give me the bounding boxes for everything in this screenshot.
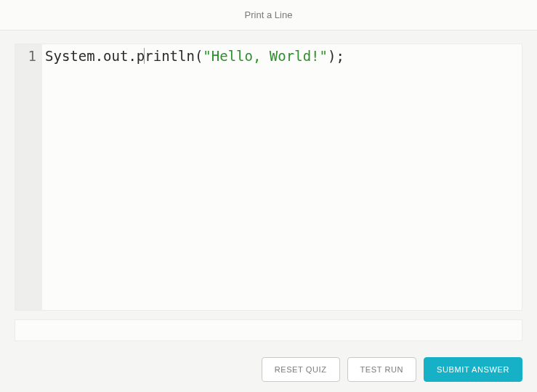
code-token: System.out.p xyxy=(45,48,145,64)
code-text-area[interactable]: System.out.println("Hello, World!"); xyxy=(42,44,522,310)
line-number: 1 xyxy=(15,47,42,65)
code-editor[interactable]: 1 System.out.println("Hello, World!"); xyxy=(15,44,522,311)
submit-answer-button[interactable]: SUBMIT ANSWER xyxy=(424,357,522,382)
code-token: ); xyxy=(328,48,344,64)
action-button-row: RESET QUIZ TEST RUN SUBMIT ANSWER xyxy=(0,350,537,392)
reset-quiz-button[interactable]: RESET QUIZ xyxy=(262,357,340,382)
code-token: rintln( xyxy=(145,48,203,64)
page-title: Print a Line xyxy=(245,9,293,20)
page-header: Print a Line xyxy=(0,0,537,30)
content-area: 1 System.out.println("Hello, World!"); xyxy=(0,30,537,350)
output-panel xyxy=(15,319,522,341)
code-token: "Hello, World!" xyxy=(203,48,328,64)
test-run-button[interactable]: TEST RUN xyxy=(347,357,417,382)
editor-gutter: 1 xyxy=(15,44,42,310)
